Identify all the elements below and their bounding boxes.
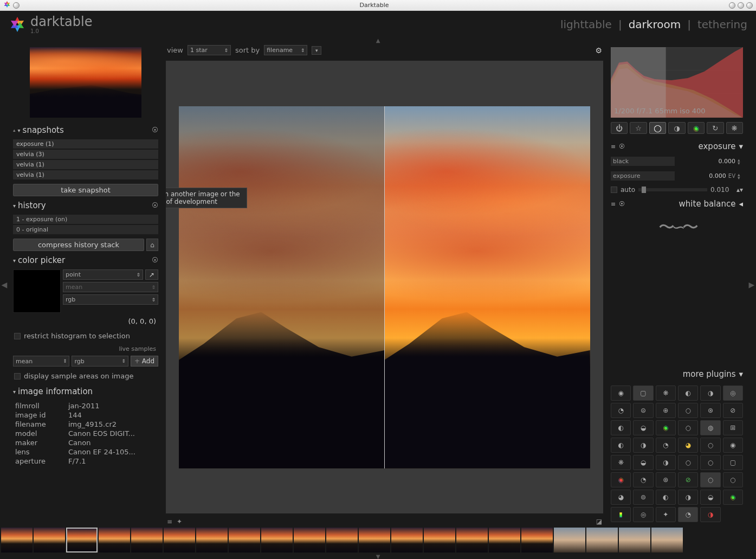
style-menu-button[interactable]: ⌂ bbox=[146, 239, 158, 251]
more-plugins-header[interactable]: more plugins ▾ bbox=[611, 368, 743, 380]
plugin-vignette-icon[interactable]: ◎ bbox=[723, 385, 743, 401]
compress-history-button[interactable]: compress history stack bbox=[13, 239, 144, 251]
history-item[interactable]: 1 - exposure (on) bbox=[13, 215, 158, 224]
exposure-stepper[interactable]: ▴▾ bbox=[738, 173, 743, 179]
exposure-value[interactable]: 0.000 bbox=[698, 172, 726, 179]
plugin-e4-icon[interactable]: ○ bbox=[678, 403, 698, 418]
filmstrip-thumb[interactable] bbox=[619, 528, 650, 552]
plugin-h2-icon[interactable]: ◒ bbox=[633, 455, 653, 470]
filmstrip-thumb[interactable] bbox=[456, 528, 488, 552]
plugin-j2-icon[interactable]: ⊚ bbox=[633, 490, 653, 505]
plugin-e5-icon[interactable]: ⊛ bbox=[700, 403, 720, 418]
module-correct-icon[interactable]: ↻ bbox=[707, 122, 723, 134]
plugin-f2-icon[interactable]: ◒ bbox=[633, 420, 653, 435]
plugin-k5-icon[interactable]: ◑ bbox=[700, 507, 720, 522]
eyedropper-button[interactable]: ↗ bbox=[145, 269, 158, 280]
display-samples-checkbox[interactable] bbox=[14, 373, 21, 380]
plugin-e3-icon[interactable]: ⊕ bbox=[656, 403, 676, 418]
plugin-denoise-icon[interactable]: ❋ bbox=[656, 385, 676, 401]
filmstrip-thumb[interactable] bbox=[229, 528, 260, 552]
module-power-icon[interactable]: ⏻ bbox=[611, 122, 628, 134]
styles-icon[interactable]: ✦ bbox=[177, 518, 182, 525]
black-stepper[interactable]: ▴▾ bbox=[738, 158, 743, 165]
filmstrip-thumb[interactable] bbox=[34, 528, 65, 552]
collapse-left-icon[interactable]: ◀ bbox=[0, 43, 9, 526]
filmstrip-thumb[interactable] bbox=[424, 528, 455, 552]
plugin-h1-icon[interactable]: ❋ bbox=[611, 455, 631, 470]
reset-icon[interactable]: ⦿ bbox=[619, 201, 625, 208]
filmstrip-thumb[interactable] bbox=[359, 528, 390, 552]
plugin-contrast-icon[interactable]: ◑ bbox=[700, 385, 720, 401]
plugin-k2-icon[interactable]: ◎ bbox=[633, 507, 653, 522]
plugin-i1-icon[interactable]: ◉ bbox=[611, 472, 631, 487]
window-minimize-icon[interactable] bbox=[729, 2, 735, 9]
auto-exposure-checkbox[interactable] bbox=[611, 187, 617, 193]
plugin-i2-icon[interactable]: ◔ bbox=[633, 472, 653, 487]
collapse-top-icon[interactable]: ▲ bbox=[0, 37, 756, 43]
plugin-g5-icon[interactable]: ○ bbox=[700, 438, 720, 453]
plugin-f4-icon[interactable]: ○ bbox=[678, 420, 698, 435]
reset-icon[interactable]: ⦿ bbox=[152, 126, 158, 134]
tab-tethering[interactable]: tethering bbox=[697, 18, 747, 31]
module-effect-icon[interactable]: ❋ bbox=[726, 122, 743, 134]
auto-slider[interactable] bbox=[638, 188, 707, 191]
take-snapshot-button[interactable]: take snapshot bbox=[13, 184, 158, 196]
plugin-g1-icon[interactable]: ◐ bbox=[611, 438, 631, 453]
filmstrip-thumb[interactable] bbox=[521, 528, 553, 552]
sample-model-select[interactable]: rgb⇕ bbox=[72, 356, 128, 367]
filmstrip-thumb[interactable] bbox=[261, 528, 293, 552]
black-value[interactable]: 0.000 bbox=[707, 158, 735, 165]
filmstrip-thumb[interactable] bbox=[489, 528, 520, 552]
plugin-k4-icon[interactable]: ◔ bbox=[678, 507, 698, 522]
restrict-histogram-checkbox[interactable] bbox=[14, 333, 21, 339]
plugin-e6-icon[interactable]: ⊘ bbox=[723, 403, 743, 418]
plugin-f3-icon[interactable]: ◉ bbox=[656, 420, 676, 435]
tab-darkroom[interactable]: darkroom bbox=[629, 18, 681, 31]
gear-icon[interactable]: ⚙ bbox=[595, 46, 602, 55]
plugin-f6-icon[interactable]: ⊞ bbox=[723, 420, 743, 435]
exposure-header[interactable]: ≡ ⦿ exposure ▾ bbox=[611, 140, 743, 152]
image-info-header[interactable]: ▾ image information bbox=[13, 385, 158, 397]
plugin-j5-icon[interactable]: ◒ bbox=[700, 490, 720, 505]
plugin-j3-icon[interactable]: ◐ bbox=[656, 490, 676, 505]
plugin-i4-icon[interactable]: ⊘ bbox=[678, 472, 698, 487]
filmstrip-thumb-selected[interactable] bbox=[66, 528, 98, 552]
histogram[interactable]: 1/200 f/7.1 65mm iso 400 bbox=[611, 47, 743, 117]
filmstrip-thumb[interactable] bbox=[651, 528, 683, 552]
filmstrip-thumb[interactable] bbox=[554, 528, 585, 552]
color-picker-header[interactable]: ▾ color picker ⦿ bbox=[13, 254, 158, 266]
plugin-f5-icon[interactable]: ◍ bbox=[700, 420, 720, 435]
plugin-h3-icon[interactable]: ◑ bbox=[656, 455, 676, 470]
plugin-i6-icon[interactable]: ○ bbox=[723, 472, 743, 487]
module-favorite-icon[interactable]: ☆ bbox=[630, 122, 647, 134]
plugin-k1-icon[interactable]: ▮ bbox=[611, 507, 631, 522]
plugin-k3-icon[interactable]: ✦ bbox=[656, 507, 676, 522]
plugin-j1-icon[interactable]: ◕ bbox=[611, 490, 631, 505]
window-close2-icon[interactable] bbox=[746, 2, 753, 9]
plugin-j4-icon[interactable]: ◑ bbox=[678, 490, 698, 505]
plugin-g2-icon[interactable]: ◑ bbox=[633, 438, 653, 453]
plugin-h5-icon[interactable]: ○ bbox=[700, 455, 720, 470]
plugin-i3-icon[interactable]: ⊛ bbox=[656, 472, 676, 487]
sort-select[interactable]: filename⇕ bbox=[264, 45, 307, 55]
filmstrip-thumb[interactable] bbox=[196, 528, 228, 552]
collapse-bottom-icon[interactable]: ▼ bbox=[0, 554, 756, 559]
white-balance-header[interactable]: ≡ ⦿ white balance ◂ bbox=[611, 198, 743, 210]
filmstrip-thumb[interactable] bbox=[99, 528, 130, 552]
filmstrip-thumb[interactable] bbox=[164, 528, 195, 552]
quick-access-icon[interactable]: ≡ bbox=[167, 518, 172, 525]
plugin-g6-icon[interactable]: ◉ bbox=[723, 438, 743, 453]
reset-icon[interactable]: ⦿ bbox=[152, 256, 158, 264]
auto-stepper[interactable]: ▴▾ bbox=[736, 186, 743, 194]
filmstrip-thumb[interactable] bbox=[326, 528, 358, 552]
reset-icon[interactable]: ⦿ bbox=[619, 143, 625, 150]
filmstrip-thumb[interactable] bbox=[1, 528, 33, 552]
snapshot-item[interactable]: velvia (1) bbox=[13, 170, 158, 179]
multi-instance-icon[interactable]: ≡ bbox=[611, 143, 616, 150]
window-close-icon[interactable] bbox=[13, 2, 20, 9]
plugin-e1-icon[interactable]: ◔ bbox=[611, 403, 631, 418]
navigator-thumbnail[interactable] bbox=[30, 47, 141, 118]
module-color-icon[interactable]: ◉ bbox=[688, 122, 705, 134]
snapshot-divider[interactable] bbox=[384, 106, 385, 468]
module-basic-icon[interactable]: ◯ bbox=[649, 122, 666, 134]
